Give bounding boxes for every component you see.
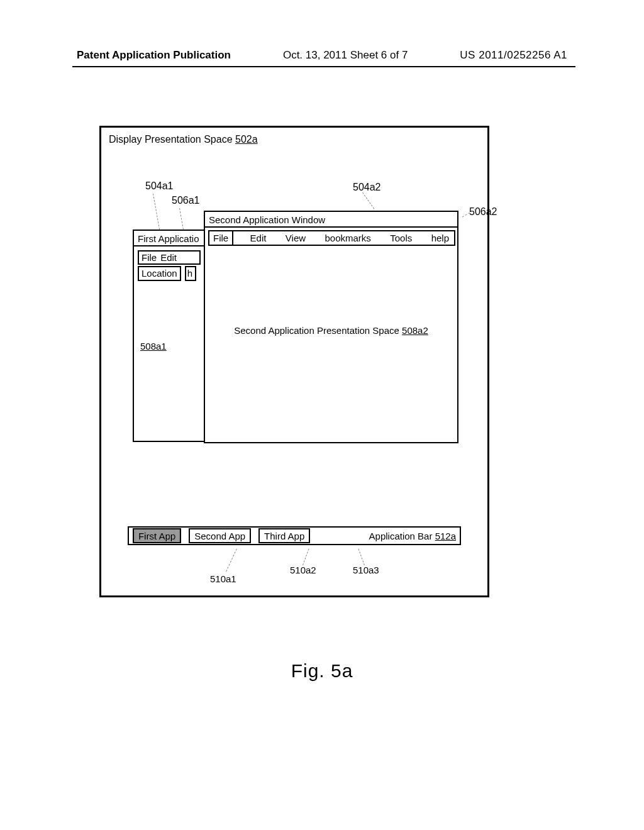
display-presentation-space: Display Presentation Space 502a 504a1 50…	[99, 126, 489, 597]
menu-file[interactable]: File	[208, 230, 233, 246]
header-right: US 2011/0252256 A1	[460, 49, 567, 62]
header-center: Oct. 13, 2011 Sheet 6 of 7	[283, 49, 408, 62]
second-app-content-label: Second Application Presentation Space 50…	[205, 325, 457, 336]
leader-510a1	[226, 549, 237, 572]
callout-504a1: 504a1	[145, 180, 174, 192]
menu-edit[interactable]: Edit	[250, 233, 267, 243]
figure-caption: Fig. 5a	[0, 660, 644, 682]
header-left: Patent Application Publication	[77, 49, 231, 62]
second-app-content-text: Second Application Presentation Space	[234, 325, 402, 336]
menu-location[interactable]: Location	[138, 266, 181, 281]
second-app-titlebar[interactable]: Second Application Window	[205, 212, 457, 228]
callout-510a2: 510a2	[290, 565, 316, 575]
menu-help[interactable]: help	[431, 233, 449, 243]
header-rule	[72, 66, 575, 67]
ref-502a: 502a	[235, 134, 258, 145]
app-bar-label-text: Application Bar	[369, 531, 435, 541]
second-application-window[interactable]: Second Application Window File Edit View…	[204, 211, 458, 443]
menu-view[interactable]: View	[286, 233, 306, 243]
first-app-menu-row1: File Edit	[138, 250, 201, 265]
callout-506a1: 506a1	[172, 195, 200, 206]
menu-tools[interactable]: Tools	[390, 233, 412, 243]
menu-file[interactable]: File	[142, 252, 157, 263]
page-header: Patent Application Publication Oct. 13, …	[0, 49, 644, 62]
application-bar: First App Second App Third App Applicati…	[128, 526, 461, 545]
menu-edit[interactable]: Edit	[160, 252, 177, 263]
menu-bookmarks[interactable]: bookmarks	[325, 233, 370, 243]
taskbar-second-app[interactable]: Second App	[189, 528, 251, 543]
display-space-title-text: Display Presentation Space	[109, 134, 235, 145]
taskbar-first-app[interactable]: First App	[133, 528, 181, 543]
callout-510a3: 510a3	[353, 565, 379, 575]
callout-504a2: 504a2	[353, 182, 381, 193]
ref-512a: 512a	[435, 531, 456, 541]
leader-504a2	[362, 192, 374, 209]
application-bar-label: Application Bar 512a	[369, 531, 456, 541]
leader-510a2	[303, 549, 309, 566]
ref-508a2: 508a2	[402, 325, 428, 336]
ref-508a1: 508a1	[140, 341, 167, 351]
taskbar-third-app[interactable]: Third App	[258, 528, 310, 543]
url-box[interactable]: h	[185, 266, 196, 281]
display-space-title: Display Presentation Space 502a	[109, 134, 258, 145]
leader-510a3	[358, 549, 365, 566]
second-app-menubar: File Edit View bookmarks Tools help	[208, 230, 455, 246]
callout-510a1: 510a1	[210, 573, 236, 584]
